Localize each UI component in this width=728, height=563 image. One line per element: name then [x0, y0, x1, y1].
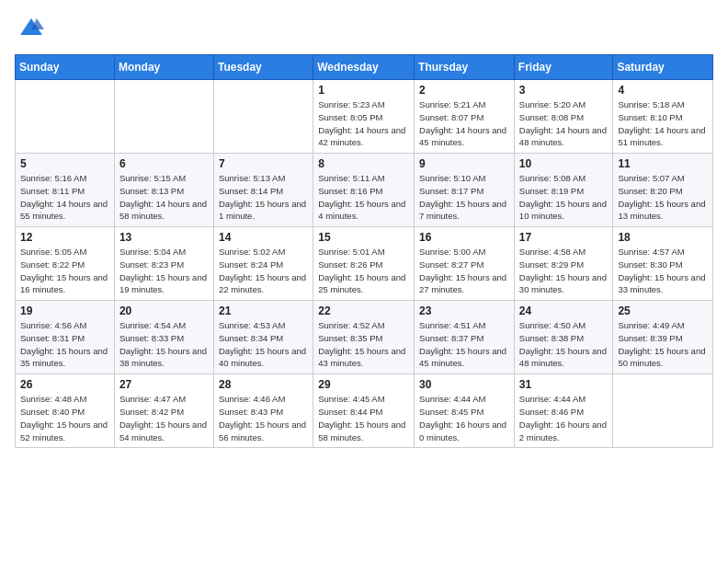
- day-info: Sunrise: 5:11 AMSunset: 8:16 PMDaylight:…: [318, 172, 409, 223]
- page-header: [15, 15, 713, 45]
- calendar-day-header: Tuesday: [213, 55, 313, 80]
- day-info: Sunrise: 4:44 AMSunset: 8:45 PMDaylight:…: [419, 393, 509, 443]
- calendar-cell: 19Sunrise: 4:56 AMSunset: 8:31 PMDayligh…: [16, 301, 115, 374]
- day-info: Sunrise: 5:05 AMSunset: 8:22 PMDaylight:…: [20, 246, 109, 296]
- day-number: 19: [20, 304, 109, 317]
- day-number: 27: [119, 378, 209, 391]
- day-number: 2: [419, 84, 509, 97]
- calendar-cell: [613, 374, 713, 448]
- day-number: 3: [519, 84, 609, 97]
- calendar-day-header: Sunday: [16, 55, 115, 80]
- day-info: Sunrise: 4:48 AMSunset: 8:40 PMDaylight:…: [20, 393, 109, 443]
- day-number: 11: [618, 157, 708, 170]
- day-info: Sunrise: 4:50 AMSunset: 8:38 PMDaylight:…: [519, 319, 609, 370]
- day-number: 6: [119, 157, 209, 170]
- calendar-cell: 25Sunrise: 4:49 AMSunset: 8:39 PMDayligh…: [613, 301, 713, 374]
- calendar-week-row: 26Sunrise: 4:48 AMSunset: 8:40 PMDayligh…: [16, 374, 713, 448]
- day-info: Sunrise: 4:56 AMSunset: 8:31 PMDaylight:…: [20, 319, 109, 370]
- day-info: Sunrise: 4:51 AMSunset: 8:37 PMDaylight:…: [419, 319, 509, 370]
- calendar-cell: 28Sunrise: 4:46 AMSunset: 8:43 PMDayligh…: [213, 374, 313, 448]
- calendar-cell: 7Sunrise: 5:13 AMSunset: 8:14 PMDaylight…: [213, 154, 313, 227]
- day-info: Sunrise: 4:58 AMSunset: 8:29 PMDaylight:…: [519, 246, 609, 296]
- day-info: Sunrise: 5:08 AMSunset: 8:19 PMDaylight:…: [519, 172, 609, 223]
- calendar-day-header: Monday: [114, 55, 213, 80]
- calendar-cell: 4Sunrise: 5:18 AMSunset: 8:10 PMDaylight…: [613, 80, 713, 154]
- day-number: 22: [318, 304, 409, 317]
- calendar-cell: 10Sunrise: 5:08 AMSunset: 8:19 PMDayligh…: [514, 154, 613, 227]
- day-number: 9: [419, 157, 509, 170]
- calendar-cell: [114, 80, 213, 154]
- calendar-cell: [16, 80, 115, 154]
- calendar-cell: 23Sunrise: 4:51 AMSunset: 8:37 PMDayligh…: [415, 301, 515, 374]
- calendar-cell: 26Sunrise: 4:48 AMSunset: 8:40 PMDayligh…: [16, 374, 115, 448]
- calendar-day-header: Wednesday: [313, 55, 415, 80]
- day-number: 10: [519, 157, 609, 170]
- day-info: Sunrise: 4:44 AMSunset: 8:46 PMDaylight:…: [519, 393, 609, 443]
- calendar-cell: 11Sunrise: 5:07 AMSunset: 8:20 PMDayligh…: [613, 154, 713, 227]
- day-number: 15: [318, 231, 409, 244]
- calendar-cell: 13Sunrise: 5:04 AMSunset: 8:23 PMDayligh…: [114, 227, 213, 301]
- calendar-cell: 16Sunrise: 5:00 AMSunset: 8:27 PMDayligh…: [415, 227, 515, 301]
- day-info: Sunrise: 4:52 AMSunset: 8:35 PMDaylight:…: [318, 319, 409, 370]
- calendar-week-row: 5Sunrise: 5:16 AMSunset: 8:11 PMDaylight…: [16, 154, 713, 227]
- day-number: 4: [618, 84, 708, 97]
- calendar-cell: 14Sunrise: 5:02 AMSunset: 8:24 PMDayligh…: [213, 227, 313, 301]
- calendar-week-row: 12Sunrise: 5:05 AMSunset: 8:22 PMDayligh…: [16, 227, 713, 301]
- day-number: 16: [419, 231, 509, 244]
- day-number: 30: [419, 378, 509, 391]
- day-info: Sunrise: 5:21 AMSunset: 8:07 PMDaylight:…: [419, 98, 509, 149]
- day-info: Sunrise: 4:53 AMSunset: 8:34 PMDaylight:…: [219, 319, 308, 370]
- day-number: 29: [318, 378, 409, 391]
- calendar-cell: 31Sunrise: 4:44 AMSunset: 8:46 PMDayligh…: [514, 374, 613, 448]
- day-info: Sunrise: 5:01 AMSunset: 8:26 PMDaylight:…: [318, 246, 409, 296]
- logo-icon: [18, 15, 44, 40]
- calendar-week-row: 1Sunrise: 5:23 AMSunset: 8:05 PMDaylight…: [16, 80, 713, 154]
- day-info: Sunrise: 5:20 AMSunset: 8:08 PMDaylight:…: [519, 98, 609, 149]
- day-info: Sunrise: 5:00 AMSunset: 8:27 PMDaylight:…: [419, 246, 509, 296]
- day-number: 31: [519, 378, 609, 391]
- day-number: 25: [618, 304, 708, 317]
- calendar-day-header: Friday: [514, 55, 613, 80]
- calendar-cell: 5Sunrise: 5:16 AMSunset: 8:11 PMDaylight…: [16, 154, 115, 227]
- calendar-cell: 15Sunrise: 5:01 AMSunset: 8:26 PMDayligh…: [313, 227, 415, 301]
- calendar-cell: 22Sunrise: 4:52 AMSunset: 8:35 PMDayligh…: [313, 301, 415, 374]
- day-number: 17: [519, 231, 609, 244]
- calendar-week-row: 19Sunrise: 4:56 AMSunset: 8:31 PMDayligh…: [16, 301, 713, 374]
- calendar-table: SundayMondayTuesdayWednesdayThursdayFrid…: [15, 54, 713, 448]
- day-number: 14: [219, 231, 308, 244]
- day-info: Sunrise: 4:45 AMSunset: 8:44 PMDaylight:…: [318, 393, 409, 443]
- calendar-cell: [213, 80, 313, 154]
- calendar-day-header: Saturday: [613, 55, 713, 80]
- day-number: 12: [20, 231, 109, 244]
- day-info: Sunrise: 4:54 AMSunset: 8:33 PMDaylight:…: [119, 319, 209, 370]
- day-info: Sunrise: 5:07 AMSunset: 8:20 PMDaylight:…: [618, 172, 708, 223]
- calendar-cell: 27Sunrise: 4:47 AMSunset: 8:42 PMDayligh…: [114, 374, 213, 448]
- calendar-cell: 21Sunrise: 4:53 AMSunset: 8:34 PMDayligh…: [213, 301, 313, 374]
- calendar-cell: 1Sunrise: 5:23 AMSunset: 8:05 PMDaylight…: [313, 80, 415, 154]
- calendar-cell: 12Sunrise: 5:05 AMSunset: 8:22 PMDayligh…: [16, 227, 115, 301]
- day-number: 24: [519, 304, 609, 317]
- logo: [15, 15, 44, 45]
- calendar-cell: 17Sunrise: 4:58 AMSunset: 8:29 PMDayligh…: [514, 227, 613, 301]
- day-number: 20: [119, 304, 209, 317]
- calendar-cell: 9Sunrise: 5:10 AMSunset: 8:17 PMDaylight…: [415, 154, 515, 227]
- day-info: Sunrise: 5:02 AMSunset: 8:24 PMDaylight:…: [219, 246, 308, 296]
- day-info: Sunrise: 5:13 AMSunset: 8:14 PMDaylight:…: [219, 172, 308, 223]
- calendar-cell: 6Sunrise: 5:15 AMSunset: 8:13 PMDaylight…: [114, 154, 213, 227]
- day-info: Sunrise: 4:47 AMSunset: 8:42 PMDaylight:…: [119, 393, 209, 443]
- day-number: 8: [318, 157, 409, 170]
- day-info: Sunrise: 4:49 AMSunset: 8:39 PMDaylight:…: [618, 319, 708, 370]
- day-info: Sunrise: 5:10 AMSunset: 8:17 PMDaylight:…: [419, 172, 509, 223]
- calendar-body: 1Sunrise: 5:23 AMSunset: 8:05 PMDaylight…: [16, 80, 713, 448]
- day-info: Sunrise: 5:04 AMSunset: 8:23 PMDaylight:…: [119, 246, 209, 296]
- calendar-cell: 18Sunrise: 4:57 AMSunset: 8:30 PMDayligh…: [613, 227, 713, 301]
- day-number: 23: [419, 304, 509, 317]
- calendar-cell: 8Sunrise: 5:11 AMSunset: 8:16 PMDaylight…: [313, 154, 415, 227]
- day-number: 7: [219, 157, 308, 170]
- day-number: 26: [20, 378, 109, 391]
- day-number: 1: [318, 84, 409, 97]
- day-info: Sunrise: 5:23 AMSunset: 8:05 PMDaylight:…: [318, 98, 409, 149]
- day-number: 13: [119, 231, 209, 244]
- day-number: 5: [20, 157, 109, 170]
- calendar-header-row: SundayMondayTuesdayWednesdayThursdayFrid…: [16, 55, 713, 80]
